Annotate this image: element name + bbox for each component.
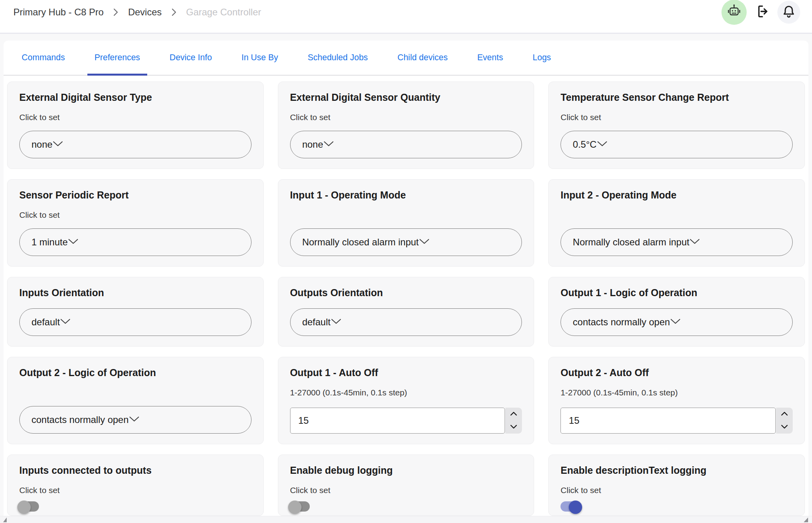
tab-scheduled-jobs[interactable]: Scheduled Jobs xyxy=(301,41,375,75)
preferences-grid: External Digital Sensor Type Click to se… xyxy=(4,76,808,516)
pref-title: Temperature Sensor Change Report xyxy=(560,91,793,103)
pref-range-hint: 1-27000 (0.1s-45min, 0.1s step) xyxy=(290,388,522,397)
tab-label: Preferences xyxy=(94,53,140,63)
select-value: none xyxy=(31,139,52,150)
top-header: Primary Hub - C8 Pro Devices Garage Cont… xyxy=(0,0,812,34)
chevron-up-icon xyxy=(510,411,517,417)
chevron-down-icon xyxy=(597,141,608,148)
chevron-down-icon xyxy=(689,238,700,246)
pref-card-output-1-auto-off: Output 1 - Auto Off 1-27000 (0.1s-45min,… xyxy=(278,357,535,444)
pref-card-output-1-logic-of-operation: Output 1 - Logic of Operation contacts n… xyxy=(548,277,805,347)
pref-card-inputs-orientation: Inputs Orientation default xyxy=(7,277,264,347)
pref-select[interactable]: none xyxy=(290,131,522,158)
pref-select[interactable]: Normally closed alarm input xyxy=(560,228,793,256)
tab-label: Scheduled Jobs xyxy=(308,53,368,63)
pref-helper: Click to set xyxy=(19,210,252,220)
pref-card-external-digital-sensor-type: External Digital Sensor Type Click to se… xyxy=(7,82,264,169)
pref-card-sensor-periodic-report: Sensor Periodic Report Click to set 1 mi… xyxy=(7,179,264,267)
pref-helper: Click to set xyxy=(560,486,793,495)
tab-events[interactable]: Events xyxy=(470,41,511,75)
chevron-down-icon xyxy=(670,318,681,326)
pref-card-temperature-sensor-change-report: Temperature Sensor Change Report Click t… xyxy=(548,82,805,169)
stepper-down-button[interactable] xyxy=(776,421,793,434)
tab-child-devices[interactable]: Child devices xyxy=(390,41,455,75)
toggle-switch[interactable] xyxy=(560,501,580,512)
select-value: contacts normally open xyxy=(573,317,670,328)
pref-select[interactable]: contacts normally open xyxy=(560,308,793,336)
pref-title: Enable debug logging xyxy=(290,464,522,476)
tab-label: Child devices xyxy=(398,53,448,63)
pref-helper: Click to set xyxy=(19,113,252,122)
breadcrumb-item-devices[interactable]: Devices xyxy=(128,7,161,18)
pref-card-inputs-connected-to-outputs: Inputs connected to outputs Click to set xyxy=(7,454,264,516)
pref-range-hint: 1-27000 (0.1s-45min, 0.1s step) xyxy=(560,388,793,397)
tab-commands[interactable]: Commands xyxy=(15,41,72,75)
select-value: Normally closed alarm input xyxy=(573,237,689,248)
chevron-down-icon xyxy=(129,416,140,424)
horizontal-scrollbar[interactable] xyxy=(0,516,812,523)
pref-title: Inputs Orientation xyxy=(19,287,252,299)
tab-label: Events xyxy=(477,53,503,63)
pref-title: Output 2 - Auto Off xyxy=(560,367,793,378)
logout-icon xyxy=(755,4,769,20)
chevron-down-icon xyxy=(323,141,334,148)
pref-card-outputs-orientation: Outputs Orientation default xyxy=(278,277,535,347)
pref-helper: Click to set xyxy=(290,486,522,495)
pref-title: Input 2 - Operating Mode xyxy=(560,189,793,201)
number-input[interactable] xyxy=(560,408,776,434)
tab-logs[interactable]: Logs xyxy=(525,41,558,75)
assistant-button[interactable] xyxy=(721,0,747,25)
tab-label: In Use By xyxy=(241,53,278,63)
pref-select[interactable]: none xyxy=(19,131,252,158)
toggle-switch[interactable] xyxy=(19,501,39,512)
chevron-down-icon xyxy=(781,424,788,430)
pref-select[interactable]: default xyxy=(290,308,522,336)
select-value: 1 minute xyxy=(31,237,68,248)
tab-label: Logs xyxy=(533,53,551,63)
tab-bar: Commands Preferences Device Info In Use … xyxy=(4,41,808,76)
tab-preferences[interactable]: Preferences xyxy=(87,41,147,75)
pref-title: Output 1 - Auto Off xyxy=(290,367,522,378)
header-actions xyxy=(721,0,800,25)
pref-select[interactable]: Normally closed alarm input xyxy=(290,228,522,256)
chevron-down-icon xyxy=(52,141,63,148)
chevron-down-icon xyxy=(419,238,430,246)
pref-helper: Click to set xyxy=(290,113,522,122)
number-stepper xyxy=(776,408,793,434)
pref-title: Inputs connected to outputs xyxy=(19,464,252,476)
select-value: 0.5°C xyxy=(573,139,596,150)
breadcrumb-item-hub[interactable]: Primary Hub - C8 Pro xyxy=(13,7,104,18)
pref-select[interactable]: contacts normally open xyxy=(19,406,252,434)
pref-helper: Click to set xyxy=(560,113,793,122)
stepper-up-button[interactable] xyxy=(505,408,522,421)
stepper-down-button[interactable] xyxy=(505,421,522,434)
logout-button[interactable] xyxy=(755,4,769,20)
robot-icon xyxy=(727,4,742,20)
pref-title: Input 1 - Operating Mode xyxy=(290,189,522,201)
stepper-up-button[interactable] xyxy=(776,408,793,421)
bell-icon xyxy=(782,4,796,20)
tab-label: Commands xyxy=(22,53,65,63)
pref-select[interactable]: 0.5°C xyxy=(560,131,793,158)
pref-card-output-2-logic-of-operation: Output 2 - Logic of Operation contacts n… xyxy=(7,357,264,444)
toggle-switch[interactable] xyxy=(290,501,310,512)
tab-label: Device Info xyxy=(170,53,212,63)
tab-in-use-by[interactable]: In Use By xyxy=(234,41,285,75)
device-detail-panel: Commands Preferences Device Info In Use … xyxy=(4,41,808,523)
notifications-button[interactable] xyxy=(777,1,800,24)
chevron-down-icon xyxy=(60,318,71,326)
number-input[interactable] xyxy=(290,408,505,434)
select-value: contacts normally open xyxy=(31,414,129,425)
pref-title: Enable descriptionText logging xyxy=(560,464,793,476)
toggle-thumb xyxy=(288,501,301,514)
number-stepper xyxy=(505,408,522,434)
mouse-cursor xyxy=(803,516,809,523)
select-value: none xyxy=(302,139,323,150)
chevron-down-icon xyxy=(68,238,79,246)
breadcrumb-item-device-name: Garage Controller xyxy=(186,7,261,18)
pref-select[interactable]: default xyxy=(19,308,252,336)
tab-device-info[interactable]: Device Info xyxy=(163,41,219,75)
pref-select[interactable]: 1 minute xyxy=(19,228,252,256)
select-value: default xyxy=(31,317,60,328)
chevron-down-icon xyxy=(331,318,342,326)
